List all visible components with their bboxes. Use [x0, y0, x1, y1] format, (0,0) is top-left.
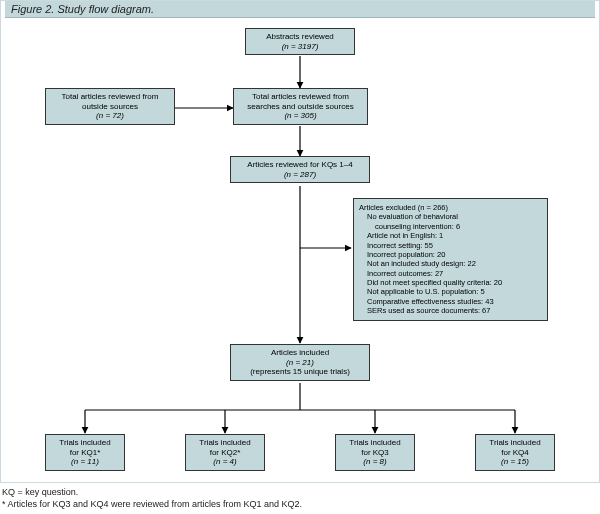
text: (n = 305) — [284, 111, 316, 120]
box-kq4: Trials included for KQ4 (n = 15) — [475, 434, 555, 471]
text: counseling intervention: 6 — [359, 222, 542, 231]
text: Incorrect setting: 55 — [359, 241, 542, 250]
text: (n = 72) — [96, 111, 124, 120]
text: Total articles reviewed from — [62, 92, 159, 101]
text: for KQ4 — [501, 448, 529, 457]
box-total-articles: Total articles reviewed from searches an… — [233, 88, 368, 125]
text: Not applicable to U.S. population: 5 — [359, 287, 542, 296]
text: SERs used as source documents: 67 — [359, 306, 542, 315]
text: Article not in English: 1 — [359, 231, 542, 240]
box-outside-sources: Total articles reviewed from outside sou… — [45, 88, 175, 125]
flow-diagram: Abstracts reviewed (n = 3197) Total arti… — [5, 18, 595, 478]
text: for KQ3 — [361, 448, 389, 457]
text: searches and outside sources — [247, 102, 353, 111]
text: Articles included — [271, 348, 329, 357]
figure-title-text: Figure 2. Study flow diagram. — [11, 3, 154, 15]
text: (n = 11) — [71, 457, 99, 466]
text: for KQ2* — [210, 448, 241, 457]
text: Trials included — [59, 438, 110, 447]
text: Did not meet specified quality criteria:… — [359, 278, 542, 287]
box-kq3: Trials included for KQ3 (n = 8) — [335, 434, 415, 471]
text: Incorrect population: 20 — [359, 250, 542, 259]
text: Trials included — [489, 438, 540, 447]
text: Trials included — [349, 438, 400, 447]
text: (n = 8) — [363, 457, 386, 466]
text: outside sources — [82, 102, 138, 111]
box-kq2: Trials included for KQ2* (n = 4) — [185, 434, 265, 471]
text: (n = 21) — [286, 358, 314, 367]
text: (n = 287) — [284, 170, 316, 179]
text: Trials included — [199, 438, 250, 447]
text: (n = 15) — [501, 457, 529, 466]
figure-container: Figure 2. Study flow diagram. — [0, 0, 600, 483]
text: Articles reviewed for KQs 1–4 — [247, 160, 352, 169]
text: Articles excluded (n = 266) — [359, 203, 448, 212]
text: for KQ1* — [70, 448, 101, 457]
box-abstracts: Abstracts reviewed (n = 3197) — [245, 28, 355, 55]
text: No evaluation of behavioral — [359, 212, 542, 221]
box-included: Articles included (n = 21) (represents 1… — [230, 344, 370, 381]
text: Incorrect outcomes: 27 — [359, 269, 542, 278]
footnote-line: * Articles for KQ3 and KQ4 were reviewed… — [2, 499, 302, 509]
text: Comparative effectiveness studies: 43 — [359, 297, 542, 306]
text: (represents 15 unique trials) — [250, 367, 350, 376]
text: Not an included study design: 22 — [359, 259, 542, 268]
text: Abstracts reviewed — [266, 32, 334, 41]
text: (n = 3197) — [282, 42, 319, 51]
footnote-line: KQ = key question. — [2, 487, 78, 497]
text: (n = 4) — [213, 457, 236, 466]
box-excluded: Articles excluded (n = 266) No evaluatio… — [353, 198, 548, 321]
text: Total articles reviewed from — [252, 92, 349, 101]
figure-title: Figure 2. Study flow diagram. — [5, 1, 595, 18]
footnote: KQ = key question. * Articles for KQ3 an… — [0, 483, 600, 512]
box-kq1-4: Articles reviewed for KQs 1–4 (n = 287) — [230, 156, 370, 183]
box-kq1: Trials included for KQ1* (n = 11) — [45, 434, 125, 471]
